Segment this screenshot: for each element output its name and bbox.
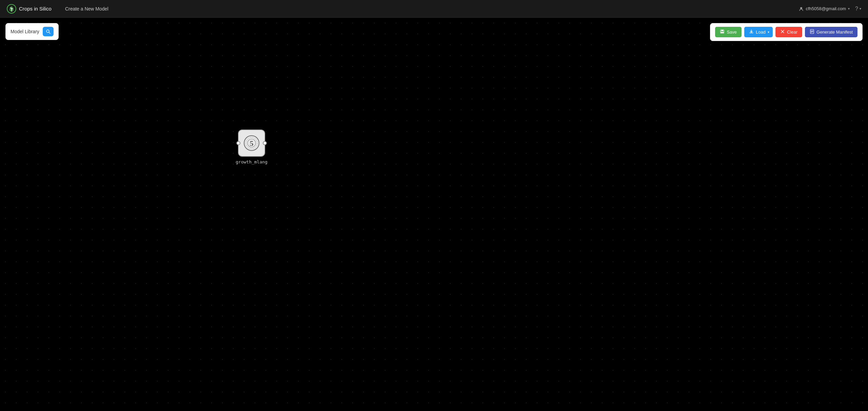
app-name: Crops in Silico	[19, 6, 52, 12]
model-library-panel: Model Library	[5, 23, 59, 40]
help-button[interactable]: ? ▾	[855, 6, 861, 12]
node-label: growth_mlang	[236, 159, 268, 164]
nav-logo[interactable]: Crops in Silico	[7, 4, 52, 14]
manifest-icon	[810, 29, 814, 35]
canvas-area[interactable]: Model Library Save	[0, 18, 868, 411]
svg-rect-4	[721, 30, 723, 31]
load-button[interactable]: Load ▾	[744, 27, 773, 37]
save-button[interactable]: Save	[715, 27, 742, 37]
user-icon	[799, 6, 804, 11]
model-library-label: Model Library	[11, 29, 39, 34]
load-icon	[749, 29, 754, 35]
help-dropdown-icon: ▾	[860, 7, 861, 11]
load-label: Load	[756, 30, 766, 35]
clear-icon	[780, 29, 785, 35]
generate-manifest-button[interactable]: Generate Manifest	[805, 27, 857, 37]
canvas-node[interactable]: 5 growth_mlang	[236, 130, 268, 164]
svg-text:5: 5	[250, 139, 253, 148]
clear-label: Clear	[787, 30, 797, 35]
svg-rect-5	[721, 32, 724, 33]
clear-button[interactable]: Clear	[775, 27, 802, 37]
node-card[interactable]: 5	[238, 130, 265, 157]
manifest-label: Generate Manifest	[816, 30, 853, 35]
app-logo-icon	[7, 4, 16, 14]
node-icon-svg: 5	[242, 134, 261, 152]
toolbar-panel: Save Load ▾ Clear	[710, 23, 863, 41]
navbar: Crops in Silico Create a New Model cfh50…	[0, 0, 868, 18]
user-menu[interactable]: cfh5058@gmail.com ▾	[799, 6, 850, 11]
node-port-left	[236, 141, 240, 145]
load-dropdown-arrow: ▾	[768, 30, 769, 34]
user-dropdown-icon: ▾	[848, 7, 850, 11]
nav-right: cfh5058@gmail.com ▾ ? ▾	[799, 6, 861, 12]
svg-point-1	[800, 7, 802, 9]
node-port-right	[263, 141, 267, 145]
save-icon	[720, 29, 725, 35]
create-model-link[interactable]: Create a New Model	[62, 4, 112, 14]
save-label: Save	[727, 30, 737, 35]
user-email: cfh5058@gmail.com	[806, 6, 846, 11]
model-library-search-button[interactable]	[43, 27, 54, 36]
search-icon	[46, 29, 51, 34]
